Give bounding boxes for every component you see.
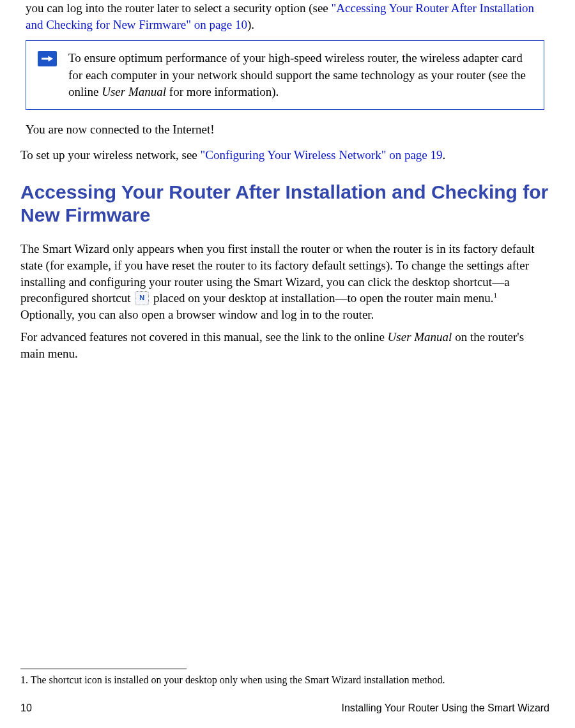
- footer-chapter-title: Installing Your Router Using the Smart W…: [342, 701, 549, 715]
- note-text: To ensure optimum performance of your hi…: [68, 50, 532, 100]
- footnote-separator: [20, 669, 187, 669]
- para1-b: placed on your desktop at installation—t…: [150, 291, 493, 305]
- arrow-right-icon: [38, 51, 57, 66]
- page-number: 10: [20, 701, 32, 715]
- para1-c: Optionally, you can also open a browser …: [20, 308, 374, 321]
- intro-continuation: you can log into the router later to sel…: [26, 0, 549, 33]
- setup-suffix: .: [443, 148, 446, 162]
- para2-a: For advanced features not covered in thi…: [20, 330, 388, 344]
- note-italic: User Manual: [102, 85, 166, 98]
- desktop-shortcut-icon: N: [135, 291, 149, 305]
- note-callout: To ensure optimum performance of your hi…: [26, 40, 544, 110]
- footnote-reference-1[interactable]: 1: [493, 291, 497, 299]
- footnote-1: 1. The shortcut icon is installed on you…: [20, 673, 445, 687]
- note-post: for more information).: [166, 85, 279, 98]
- paragraph-advanced-features: For advanced features not covered in thi…: [20, 329, 549, 361]
- para2-italic: User Manual: [388, 330, 452, 344]
- page-title: Accessing Your Router After Installation…: [20, 181, 549, 227]
- page-footer: 10 Installing Your Router Using the Smar…: [0, 701, 575, 715]
- setup-prefix: To set up your wireless network, see: [20, 148, 201, 162]
- paragraph-smart-wizard: The Smart Wizard only appears when you f…: [20, 241, 549, 322]
- intro-text-prefix: you can log into the router later to sel…: [26, 1, 332, 15]
- connected-message: You are now connected to the Internet!: [26, 121, 544, 138]
- setup-wireless-line: To set up your wireless network, see "Co…: [20, 147, 549, 163]
- intro-text-suffix: ).: [247, 18, 254, 31]
- xref-configure-wireless[interactable]: "Configuring Your Wireless Network" on p…: [201, 148, 443, 162]
